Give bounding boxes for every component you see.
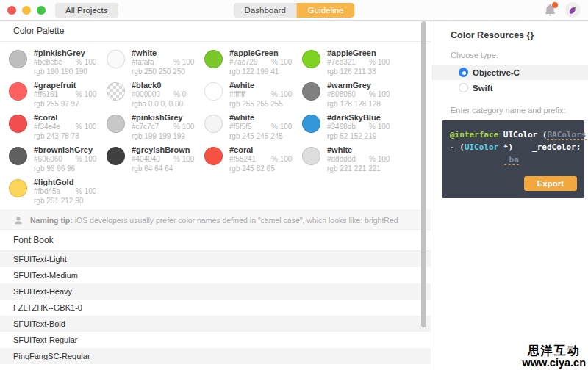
language-radio-group: Objective-CSwift <box>431 65 588 95</box>
font-row[interactable]: SFUIText-Medium <box>0 267 431 283</box>
swatch-name: #appleGreen <box>229 48 292 58</box>
code-line-1: @interface UIColor (BAColors_) <box>450 128 577 141</box>
user-avatar[interactable] <box>565 2 581 18</box>
color-swatch[interactable]: #greyishBrown#404040% 100rgb 64 64 64 <box>107 145 204 178</box>
swatch-circle <box>302 115 320 133</box>
radio-button[interactable] <box>459 68 468 77</box>
swatch-name: #pinkishGrey <box>132 113 194 123</box>
choose-type-label: Choose type: <box>451 51 588 59</box>
swatch-hex: #c7c7c7% 100 <box>132 123 194 132</box>
swatch-name: #black0 <box>132 81 186 90</box>
swatch-name: #lightGold <box>34 178 96 187</box>
close-button[interactable] <box>7 6 16 15</box>
color-swatch[interactable]: #lightGold#fbd45a% 100rgb 251 212 90 <box>9 178 107 210</box>
color-swatch[interactable]: #warmGrey#808080% 100rgb 128 128 128 <box>302 81 400 113</box>
swatch-name: #brownishGrey <box>34 145 96 155</box>
export-button[interactable]: Export <box>524 176 577 191</box>
swatch-circle <box>204 147 223 165</box>
notification-dot <box>552 2 558 8</box>
color-swatch[interactable]: #brownishGrey#606060% 100rgb 96 96 96 <box>9 145 107 178</box>
minimize-button[interactable] <box>22 6 31 15</box>
swatch-rgb: rgb 122 199 41 <box>229 68 292 77</box>
color-swatch[interactable]: #pinkishGrey#c7c7c7% 100rgb 199 199 199 <box>107 113 204 145</box>
swatch-circle <box>107 82 125 101</box>
font-row[interactable]: PingFangSC-Regular <box>0 348 431 364</box>
swatch-rgb: rgb 255 255 255 <box>229 100 292 109</box>
notification-bell-icon[interactable] <box>543 3 557 17</box>
color-swatch[interactable]: #coral#f34e4e% 100rgb 243 78 78 <box>9 113 107 145</box>
swatch-rgb: rgb 243 78 78 <box>34 132 96 142</box>
traffic-lights <box>7 6 46 15</box>
swatch-circle <box>302 82 320 101</box>
swatch-hex: #fafafa% 100 <box>132 58 194 68</box>
color-swatch[interactable]: #pinkishGrey#bebebe% 100rgb 190 190 190 <box>9 48 107 81</box>
swatch-name: #greyishBrown <box>132 145 194 155</box>
method-name: _redColor; <box>532 142 581 152</box>
swatch-circle <box>9 147 27 165</box>
swatch-rgb: rgb 126 211 33 <box>327 68 390 77</box>
font-row[interactable]: SFUIText-Regular <box>0 332 431 348</box>
swatch-circle <box>9 82 27 101</box>
panel-title: Color Resources {} <box>451 30 588 40</box>
app-window: All Projects Dashboard Guideline <box>0 0 588 370</box>
color-swatch[interactable]: #grapefruit#ff6161% 100rgb 255 97 97 <box>9 81 107 113</box>
code-line-2: - (UIColor *)_redColor; <box>450 141 577 153</box>
swatch-name: #white <box>132 48 194 58</box>
swatch-name: #pinkishGrey <box>34 48 96 58</box>
swatch-name: #appleGreen <box>327 48 390 58</box>
swatch-name: #white <box>229 113 292 123</box>
prefix-field[interactable]: _ba <box>504 155 519 165</box>
vertical-scrollbar[interactable] <box>421 21 426 327</box>
font-row[interactable]: FZLTZHK--GBK1-0 <box>0 300 431 316</box>
swatch-hex: #ff6161% 100 <box>34 90 96 100</box>
tab-dashboard[interactable]: Dashboard <box>234 3 297 18</box>
font-list: SFUIText-LightSFUIText-MediumSFUIText-He… <box>0 251 431 364</box>
swatch-hex: #ffffff% 100 <box>229 90 292 100</box>
swatch-name: #grapefruit <box>34 81 96 90</box>
color-swatch[interactable]: #appleGreen#7ac729% 100rgb 122 199 41 <box>204 48 302 81</box>
swatch-rgb: rgb 190 190 190 <box>34 68 96 77</box>
radio-option-objective-c[interactable]: Objective-C <box>431 65 588 80</box>
color-swatch[interactable]: #coral#f55241% 100rgb 245 82 65 <box>204 145 302 178</box>
view-tabs: Dashboard Guideline <box>234 3 355 18</box>
font-row[interactable]: SFUIText-Bold <box>0 316 431 332</box>
font-row[interactable]: SFUIText-Light <box>0 251 431 267</box>
swatch-hex: #f5f5f5% 100 <box>229 123 292 132</box>
swatch-hex: #7ed321% 100 <box>327 58 390 68</box>
swatch-rgb: rgb 128 128 128 <box>327 100 390 109</box>
swatch-circle <box>204 50 223 68</box>
code-preview: @interface UIColor (BAColors_) - (UIColo… <box>442 120 584 198</box>
swatch-circle <box>302 50 320 68</box>
color-swatch[interactable]: #white#dddddd% 100rgb 221 221 221 <box>302 145 400 178</box>
color-swatch-grid: #pinkishGrey#bebebe% 100rgb 190 190 190#… <box>0 42 431 210</box>
swatch-hex: #f34e4e% 100 <box>34 123 96 132</box>
category-name-field[interactable]: BAColors_ <box>547 130 588 140</box>
color-swatch[interactable]: #black0#000000% 0rgba 0 0 0, 0.00 <box>107 81 204 113</box>
zoom-button[interactable] <box>37 6 46 15</box>
swatch-rgb: rgb 255 97 97 <box>34 100 96 109</box>
code-line-3: _ba <box>450 153 577 166</box>
naming-tip-text: Naming tip: iOS developers usually prefe… <box>30 216 398 225</box>
color-swatch[interactable]: #white#fafafa% 100rgb 250 250 250 <box>107 48 204 81</box>
radio-label: Swift <box>473 84 492 92</box>
titlebar-icons <box>543 2 581 18</box>
swatch-rgb: rgb 199 199 199 <box>132 132 194 142</box>
radio-option-swift[interactable]: Swift <box>431 80 588 95</box>
font-row[interactable]: SFUIText-Heavy <box>0 283 431 300</box>
color-swatch[interactable]: #white#f5f5f5% 100rgb 245 245 245 <box>204 113 302 145</box>
eggplant-icon <box>567 4 578 15</box>
color-swatch[interactable]: #darkSkyBlue#3498db% 100rgb 52 152 219 <box>302 113 400 145</box>
swatch-name: #white <box>327 145 390 155</box>
swatch-circle <box>9 50 27 68</box>
all-projects-button[interactable]: All Projects <box>55 3 118 18</box>
swatch-name: #white <box>229 81 292 90</box>
window-titlebar: All Projects Dashboard Guideline <box>0 0 588 21</box>
category-prefix-label: Enter category name and prefix: <box>451 106 588 115</box>
swatch-hex: #bebebe% 100 <box>34 58 96 68</box>
swatch-circle <box>107 50 125 68</box>
color-swatch[interactable]: #appleGreen#7ed321% 100rgb 126 211 33 <box>302 48 400 81</box>
color-swatch[interactable]: #white#ffffff% 100rgb 255 255 255 <box>204 81 302 113</box>
tab-guideline[interactable]: Guideline <box>297 3 355 18</box>
watermark: 思洋互动 www.ciya.cn <box>523 344 587 369</box>
radio-button[interactable] <box>459 83 468 92</box>
